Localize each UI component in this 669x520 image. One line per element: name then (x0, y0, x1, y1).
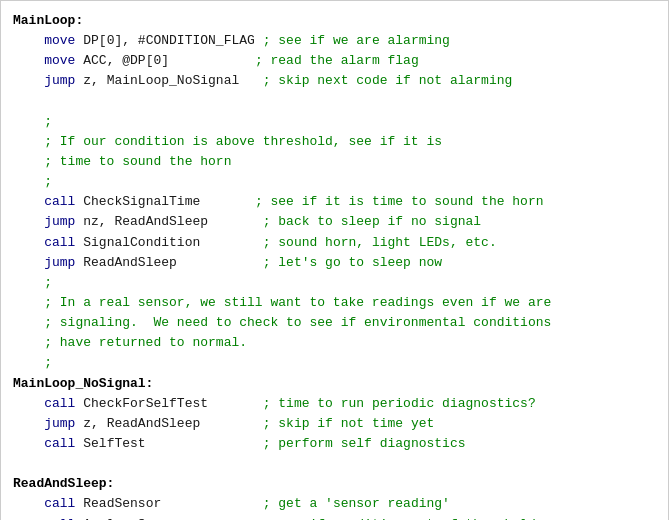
code-line: jump nz, ReadAndSleep ; back to sleep if… (13, 212, 656, 232)
keyword: call (44, 436, 75, 451)
keyword: call (44, 235, 75, 250)
code-line: move ACC, @DP[0] ; read the alarm flag (13, 51, 656, 71)
keyword: move (44, 33, 75, 48)
comment-line: ; have returned to normal. (13, 333, 656, 353)
code-label: MainLoop: (13, 13, 83, 28)
comment: ; signaling. We need to check to see if … (13, 315, 551, 330)
label-line: MainLoop: (13, 11, 656, 31)
label-line: MainLoop_NoSignal: (13, 374, 656, 394)
code-line: call AnalyzeSensor ; see if condition ou… (13, 515, 656, 520)
code-line: move DP[0], #CONDITION_FLAG ; see if we … (13, 31, 656, 51)
comment: ; back to sleep if no signal (255, 214, 481, 229)
keyword: call (44, 496, 75, 511)
comment: ; see if it is time to sound the horn (247, 194, 543, 209)
comment: ; get a 'sensor reading' (255, 496, 450, 511)
code-line: jump z, MainLoop_NoSignal ; skip next co… (13, 71, 656, 91)
comment-line: ; signaling. We need to check to see if … (13, 313, 656, 333)
code-line: call CheckForSelfTest ; time to run peri… (13, 394, 656, 414)
keyword: move (44, 53, 75, 68)
code-line: call CheckSignalTime ; see if it is time… (13, 192, 656, 212)
keyword: jump (44, 73, 75, 88)
comment-line: ; (13, 353, 656, 373)
comment: ; skip if not time yet (255, 416, 434, 431)
comment: ; let's go to sleep now (255, 255, 442, 270)
keyword: call (44, 396, 75, 411)
comment: ; (13, 355, 52, 370)
keyword: jump (44, 214, 75, 229)
label-line: ReadAndSleep: (13, 474, 656, 494)
comment: ; time to sound the horn (13, 154, 231, 169)
code-line: call SignalCondition ; sound horn, light… (13, 233, 656, 253)
comment-line: ; time to sound the horn (13, 152, 656, 172)
code-label: MainLoop_NoSignal: (13, 376, 153, 391)
comment-line: ; In a real sensor, we still want to tak… (13, 293, 656, 313)
comment: ; (13, 114, 52, 129)
comment: ; If our condition is above threshold, s… (13, 134, 442, 149)
code-label: ReadAndSleep: (13, 476, 114, 491)
code-line: call ReadSensor ; get a 'sensor reading' (13, 494, 656, 514)
comment-line: ; (13, 172, 656, 192)
comment: ; time to run periodic diagnostics? (255, 396, 536, 411)
comment: ; (13, 174, 52, 189)
comment: ; see if condition out of threshold (255, 517, 536, 520)
code-container: MainLoop: move DP[0], #CONDITION_FLAG ; … (0, 0, 669, 520)
comment: ; see if we are alarming (255, 33, 450, 48)
comment: ; (13, 275, 52, 290)
code-line: jump ReadAndSleep ; let's go to sleep no… (13, 253, 656, 273)
comment: ; skip next code if not alarming (255, 73, 512, 88)
keyword: jump (44, 416, 75, 431)
comment: ; read the alarm flag (247, 53, 419, 68)
comment: ; In a real sensor, we still want to tak… (13, 295, 551, 310)
comment: ; perform self diagnostics (255, 436, 466, 451)
code-line: call SelfTest ; perform self diagnostics (13, 434, 656, 454)
code-output: MainLoop: move DP[0], #CONDITION_FLAG ; … (13, 11, 656, 520)
comment: ; sound horn, light LEDs, etc. (255, 235, 497, 250)
keyword: call (44, 517, 75, 520)
comment-line: ; If our condition is above threshold, s… (13, 132, 656, 152)
keyword: call (44, 194, 75, 209)
keyword: jump (44, 255, 75, 270)
code-line: jump z, ReadAndSleep ; skip if not time … (13, 414, 656, 434)
comment: ; have returned to normal. (13, 335, 247, 350)
comment-line: ; (13, 112, 656, 132)
comment-line: ; (13, 273, 656, 293)
